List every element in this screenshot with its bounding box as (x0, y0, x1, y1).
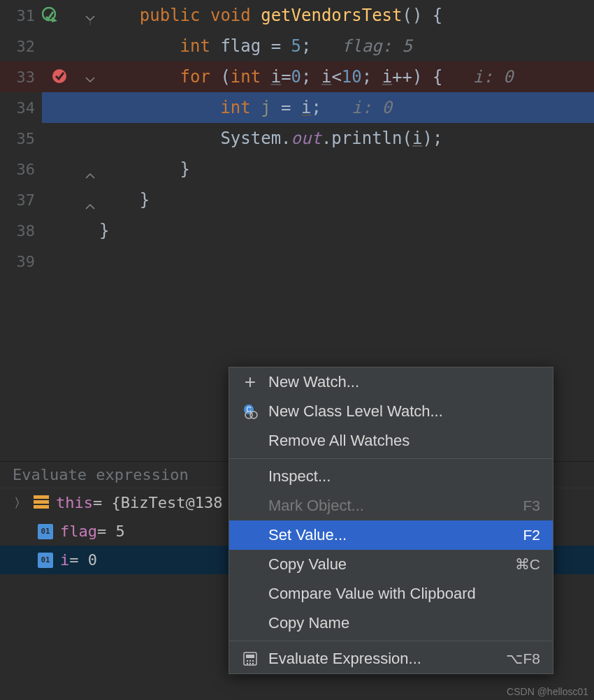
plus-icon: + (242, 374, 259, 391)
code-line[interactable]: 39 (0, 246, 594, 277)
menu-shortcut: ⌥F8 (506, 650, 540, 667)
menu-inspect[interactable]: Inspect... (229, 462, 553, 491)
menu-new-watch[interactable]: + New Watch... (229, 367, 553, 397)
menu-label: New Watch... (268, 373, 359, 391)
fold-end-icon[interactable] (85, 194, 95, 214)
variable-value: = 5 (97, 523, 125, 540)
svg-point-12 (247, 663, 248, 664)
code-text: } (98, 221, 109, 240)
svg-point-13 (249, 663, 251, 664)
fold-icon[interactable] (85, 10, 95, 29)
code-line[interactable]: 33 for (int i=0; i<10; i++) { i: 0 (0, 61, 594, 92)
line-number: 38 (0, 222, 42, 240)
menu-separator (229, 458, 553, 459)
menu-set-value[interactable]: Set Value... F2 (229, 520, 553, 550)
menu-remove-watches[interactable]: Remove All Watches (229, 426, 553, 455)
menu-shortcut: F3 (523, 497, 540, 514)
object-icon (34, 495, 49, 511)
variable-value: = {BizTest@138 (93, 494, 222, 511)
code-line[interactable]: 35 System.out.println(i); (0, 123, 594, 154)
menu-label: Copy Value (268, 555, 347, 574)
line-number: 37 (0, 191, 42, 209)
code-line[interactable]: 31 public void getVendorsTest() { (0, 0, 594, 31)
menu-copy-name[interactable]: Copy Name (229, 608, 553, 638)
code-text: System.out.println(i); (98, 129, 442, 148)
variable-name: this (56, 494, 93, 511)
menu-mark-object: Mark Object... F3 (229, 491, 553, 520)
fold-end-icon[interactable] (85, 163, 95, 183)
calculator-icon (242, 650, 259, 667)
menu-new-class-watch[interactable]: C New Class Level Watch... (229, 397, 553, 426)
line-number: 34 (0, 92, 42, 123)
menu-label: Inspect... (268, 467, 331, 486)
expand-icon[interactable]: 〉 (14, 495, 27, 511)
menu-label: Compare Value with Clipboard (268, 585, 476, 603)
menu-copy-value[interactable]: Copy Value ⌘C (229, 550, 553, 579)
context-menu[interactable]: + New Watch... C New Class Level Watch..… (229, 367, 553, 674)
menu-label: Mark Object... (268, 497, 364, 515)
menu-shortcut: ⌘C (515, 556, 540, 573)
watermark: CSDN @hellosc01 (507, 686, 588, 697)
menu-label: New Class Level Watch... (268, 402, 443, 421)
menu-label: Copy Name (268, 614, 349, 632)
menu-separator (229, 641, 553, 641)
fold-icon[interactable] (85, 71, 95, 91)
svg-point-9 (247, 660, 248, 662)
svg-rect-8 (246, 655, 254, 658)
code-text: } (98, 159, 190, 179)
svg-point-2 (52, 69, 66, 83)
variable-name: flag (60, 523, 97, 540)
class-watch-icon: C (242, 403, 259, 420)
line-number: 32 (0, 38, 42, 55)
menu-shortcut: F2 (523, 527, 540, 544)
breakpoint-icon[interactable] (52, 68, 67, 84)
code-line[interactable]: 32 int flag = 5; flag: 5 (0, 31, 594, 61)
line-number: 39 (0, 253, 42, 270)
code-text: int flag = 5; flag: 5 (98, 36, 412, 56)
menu-compare-clipboard[interactable]: Compare Value with Clipboard (229, 579, 553, 608)
code-text: } (98, 190, 150, 210)
primitive-icon: 01 (38, 553, 53, 568)
line-number: 33 (0, 68, 42, 86)
menu-label: Remove All Watches (268, 432, 410, 450)
variable-value: = 0 (69, 551, 97, 569)
menu-label: Set Value... (268, 526, 347, 544)
svg-point-11 (252, 660, 254, 662)
code-line-current[interactable]: 34 int j = i; i: 0 (0, 92, 594, 123)
code-text: public void getVendorsTest() { (98, 6, 442, 25)
code-text: int j = i; i: 0 (98, 98, 392, 117)
code-line[interactable]: 36 } (0, 154, 594, 184)
line-number: 35 (0, 130, 42, 147)
primitive-icon: 01 (38, 524, 53, 539)
code-line[interactable]: 37 } (0, 184, 594, 215)
line-number: 36 (0, 161, 42, 178)
line-number: 31 (0, 7, 42, 24)
code-text: for (int i=0; i<10; i++) { i: 0 (98, 67, 514, 87)
svg-point-10 (249, 660, 251, 662)
variable-name: i (60, 551, 69, 569)
menu-evaluate-expression[interactable]: Evaluate Expression... ⌥F8 (229, 644, 553, 673)
menu-label: Evaluate Expression... (268, 650, 421, 668)
svg-point-14 (252, 663, 254, 664)
code-line[interactable]: 38 } (0, 215, 594, 246)
run-gutter-icon[interactable] (42, 7, 59, 24)
